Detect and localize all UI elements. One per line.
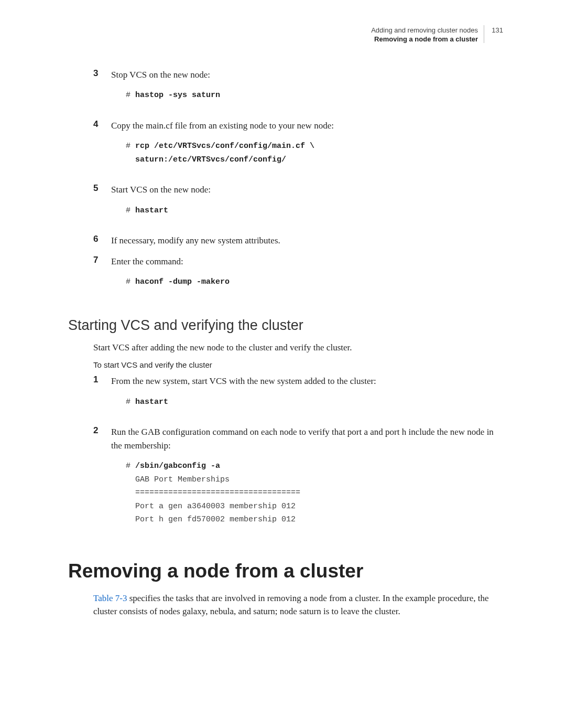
step-number: 2 xyxy=(93,425,111,536)
code-cmd: hastop -sys saturn xyxy=(135,91,220,100)
upper-step-list: 3 Stop VCS on the new node: # hastop -sy… xyxy=(93,68,503,298)
step-1: 1 From the new system, start VCS with th… xyxy=(93,374,503,418)
code-block: # hastop -sys saturn xyxy=(126,89,503,102)
code-cmd: rcp /etc/VRTSvcs/conf/config/main.cf \ xyxy=(135,142,314,151)
section-heading-starting-vcs: Starting VCS and verifying the cluster xyxy=(68,317,503,334)
step-text: Start VCS on the new node: xyxy=(111,185,211,195)
code-output: GAB Port Memberships ===================… xyxy=(126,475,300,524)
step-3: 3 Stop VCS on the new node: # hastop -sy… xyxy=(93,68,503,112)
step-body: Start VCS on the new node: # hastart xyxy=(111,183,503,227)
code-prompt: # xyxy=(126,277,135,286)
code-prompt xyxy=(126,155,135,164)
step-number: 6 xyxy=(93,234,111,248)
step-5: 5 Start VCS on the new node: # hastart xyxy=(93,183,503,227)
step-6: 6 If necessary, modify any new system at… xyxy=(93,234,503,248)
code-prompt: # xyxy=(126,206,135,215)
step-body: If necessary, modify any new system attr… xyxy=(111,234,503,248)
section-intro: Start VCS after adding the new node to t… xyxy=(93,341,503,355)
step-text: Copy the main.cf file from an existing n… xyxy=(111,121,334,131)
code-cmd: hastart xyxy=(135,206,168,215)
code-cmd: saturn:/etc/VRTSvcs/conf/config/ xyxy=(135,155,286,164)
step-text: Enter the command: xyxy=(111,256,183,266)
main-paragraph: Table 7-3 specifies the tasks that are i… xyxy=(93,592,503,618)
step-body: Enter the command: # haconf -dump -maker… xyxy=(111,255,503,298)
step-7: 7 Enter the command: # haconf -dump -mak… xyxy=(93,255,503,298)
code-cmd: haconf -dump -makero xyxy=(135,277,230,286)
code-block: # /sbin/gabconfig -a GAB Port Membership… xyxy=(126,459,503,527)
step-text: If necessary, modify any new system attr… xyxy=(111,235,280,245)
page-number: 131 xyxy=(486,26,503,35)
step-number: 7 xyxy=(93,255,111,298)
step-body: Stop VCS on the new node: # hastop -sys … xyxy=(111,68,503,112)
step-number: 1 xyxy=(93,374,111,418)
code-prompt: # xyxy=(126,462,135,470)
step-body: Copy the main.cf file from an existing n… xyxy=(111,119,503,176)
code-prompt: # xyxy=(126,91,135,100)
table-link[interactable]: Table 7-3 xyxy=(93,593,127,603)
code-cmd: /sbin/gabconfig -a xyxy=(135,462,220,470)
step-text: Run the GAB configuration command on eac… xyxy=(111,427,494,451)
step-2: 2 Run the GAB configuration command on e… xyxy=(93,425,503,536)
code-prompt: # xyxy=(126,398,135,406)
header-chapter: Adding and removing cluster nodes xyxy=(68,26,478,35)
step-4: 4 Copy the main.cf file from an existing… xyxy=(93,119,503,176)
step-body: Run the GAB configuration command on eac… xyxy=(111,425,503,536)
step-number: 3 xyxy=(93,68,111,112)
step-text: Stop VCS on the new node: xyxy=(111,70,210,80)
lower-step-list: 1 From the new system, start VCS with th… xyxy=(93,374,503,536)
main-heading-removing-node: Removing a node from a cluster xyxy=(68,560,503,582)
procedure-subhead: To start VCS and verify the cluster xyxy=(93,360,503,369)
code-cmd: hastart xyxy=(135,398,168,406)
code-block: # rcp /etc/VRTSvcs/conf/config/main.cf \… xyxy=(126,140,503,166)
page-header: Adding and removing cluster nodes Removi… xyxy=(68,26,503,44)
step-text: From the new system, start VCS with the … xyxy=(111,376,376,386)
main-para-text: specifies the tasks that are involved in… xyxy=(93,593,489,617)
header-divider xyxy=(484,25,484,43)
code-block: # haconf -dump -makero xyxy=(126,275,503,289)
code-block: # hastart xyxy=(126,204,503,218)
header-section: Removing a node from a cluster xyxy=(68,35,478,44)
code-block: # hastart xyxy=(126,395,503,409)
code-prompt: # xyxy=(126,142,135,151)
step-number: 4 xyxy=(93,119,111,176)
step-body: From the new system, start VCS with the … xyxy=(111,374,503,418)
step-number: 5 xyxy=(93,183,111,227)
